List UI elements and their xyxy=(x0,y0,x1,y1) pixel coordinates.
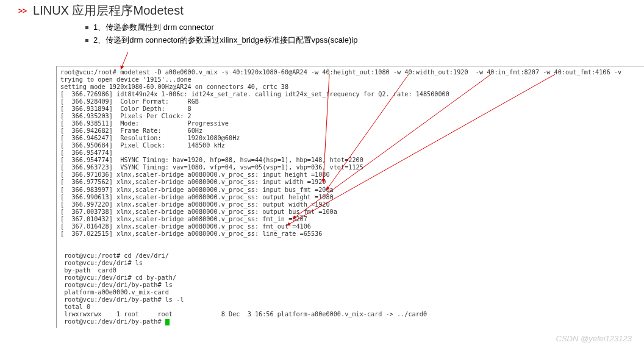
cursor-icon xyxy=(165,319,170,325)
watermark: CSDN @yefei123123 xyxy=(556,334,632,343)
subtitle-2: 2、传递到drm connector的参数通过xilinx_bridge标准接口… xyxy=(93,34,357,47)
terminal-output: root@vcu:/root# modetest -D a00e0000.v_m… xyxy=(56,66,644,328)
bullet-icon xyxy=(85,39,88,42)
chevron-icon: >> xyxy=(18,7,27,15)
page-title: LINUX 应用层程序Modetest xyxy=(33,2,184,19)
bullet-icon xyxy=(85,26,88,29)
subtitle-1: 1、传递参数属性到 drm connector xyxy=(93,21,214,34)
